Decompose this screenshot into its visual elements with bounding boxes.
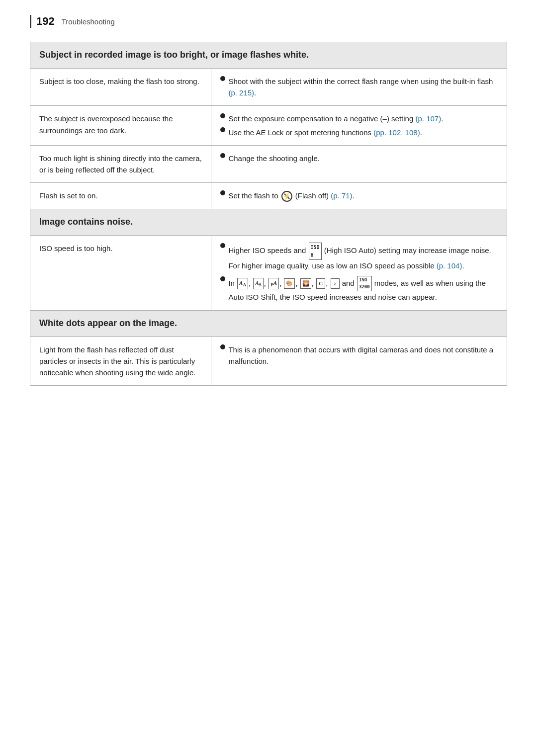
- page-link[interactable]: (p. 71): [331, 191, 352, 200]
- solution-cell: Shoot with the subject within the correc…: [211, 68, 507, 106]
- solution-item: This is a phenomenon that occurs with di…: [220, 344, 498, 367]
- mode-icon-s: AS: [253, 278, 263, 289]
- solution-item: Use the AE Lock or spot metering functio…: [220, 127, 498, 138]
- troubleshooting-table: Subject in recorded image is too bright,…: [30, 42, 507, 386]
- bullet-icon: [220, 127, 225, 132]
- iso-h-icon: ISOH: [309, 243, 322, 260]
- solution-cell: Higher ISO speeds and ISOH (High ISO Aut…: [211, 236, 507, 310]
- section-header-too-bright: Subject in recorded image is too bright,…: [30, 42, 507, 69]
- solution-cell: Change the shooting angle.: [211, 145, 507, 183]
- solution-item: Set the flash to ⚡ (Flash off) (p. 71).: [220, 190, 498, 202]
- bullet-icon: [220, 153, 225, 158]
- mode-icon-r1: 🎨: [284, 278, 295, 289]
- bullet-icon: [220, 243, 225, 248]
- solution-text: This is a phenomenon that occurs with di…: [228, 344, 498, 367]
- cause-cell: Flash is set to on.: [30, 183, 211, 209]
- bullet-icon: [220, 190, 225, 195]
- solution-text: Use the AE Lock or spot metering functio…: [228, 127, 498, 138]
- mode-icon-r2: 🌄: [300, 278, 311, 289]
- table-row: Flash is set to on. Set the flash to ⚡ (…: [30, 183, 507, 209]
- page-link[interactable]: (p. 107): [415, 114, 441, 123]
- page-link[interactable]: (pp. 102, 108): [373, 128, 420, 137]
- section-header-white-dots: White dots appear on the image.: [30, 310, 507, 336]
- cause-cell: The subject is overexposed because the s…: [30, 106, 211, 146]
- table-row: The subject is overexposed because the s…: [30, 106, 507, 146]
- mode-icon-pa: PA: [268, 278, 279, 289]
- section-heading-white-dots: White dots appear on the image.: [30, 310, 507, 336]
- flash-off-icon: ⚡: [281, 191, 292, 202]
- cause-cell: Too much light is shining directly into …: [30, 145, 211, 183]
- table-row: Too much light is shining directly into …: [30, 145, 507, 183]
- bullet-icon: [220, 276, 225, 281]
- iso-3200-icon: ISO3200: [357, 276, 372, 292]
- solution-text: In AA, AS, PA, 🎨, 🌄, C, ♪ and ISO3200 mo…: [228, 276, 498, 303]
- section-header-image-noise: Image contains noise.: [30, 209, 507, 236]
- solution-text: Set the exposure compensation to a negat…: [228, 113, 498, 124]
- solution-item: Shoot with the subject within the correc…: [220, 76, 498, 99]
- section-heading-too-bright: Subject in recorded image is too bright,…: [30, 42, 507, 69]
- solution-item: Set the exposure compensation to a negat…: [220, 113, 498, 124]
- bullet-icon: [220, 76, 225, 81]
- solution-cell: Set the flash to ⚡ (Flash off) (p. 71).: [211, 183, 507, 209]
- page-link[interactable]: (p. 215): [228, 88, 254, 97]
- mode-icon-k: ♪: [331, 278, 340, 289]
- table-row: Light from the flash has reflected off d…: [30, 336, 507, 386]
- solution-item: Change the shooting angle.: [220, 153, 498, 164]
- page-header: 192 Troubleshooting: [30, 15, 507, 28]
- cause-cell: Subject is too close, making the flash t…: [30, 68, 211, 106]
- table-row: ISO speed is too high. Higher ISO speeds…: [30, 236, 507, 310]
- mode-icon-a: AA: [237, 278, 248, 289]
- bullet-icon: [220, 344, 225, 349]
- table-row: Subject is too close, making the flash t…: [30, 68, 507, 106]
- solution-text: Higher ISO speeds and ISOH (High ISO Aut…: [228, 243, 498, 271]
- bullet-icon: [220, 113, 225, 118]
- page: 192 Troubleshooting Subject in recorded …: [0, 0, 537, 756]
- and-text: and: [342, 278, 357, 287]
- solution-text: Set the flash to ⚡ (Flash off) (p. 71).: [228, 190, 498, 202]
- solution-item: In AA, AS, PA, 🎨, 🌄, C, ♪ and ISO3200 mo…: [220, 276, 498, 303]
- page-link[interactable]: (p. 104): [437, 261, 462, 270]
- solution-cell: Set the exposure compensation to a negat…: [211, 106, 507, 146]
- solution-item: Higher ISO speeds and ISOH (High ISO Aut…: [220, 243, 498, 271]
- solution-cell: This is a phenomenon that occurs with di…: [211, 336, 507, 386]
- solution-text: Shoot with the subject within the correc…: [228, 76, 498, 99]
- cause-cell: ISO speed is too high.: [30, 236, 211, 310]
- solution-text: Change the shooting angle.: [228, 153, 498, 164]
- section-heading-image-noise: Image contains noise.: [30, 209, 507, 236]
- mode-icon-c: C: [316, 278, 325, 289]
- section-title: Troubleshooting: [62, 17, 115, 26]
- page-number: 192: [36, 15, 55, 28]
- cause-cell: Light from the flash has reflected off d…: [30, 336, 211, 386]
